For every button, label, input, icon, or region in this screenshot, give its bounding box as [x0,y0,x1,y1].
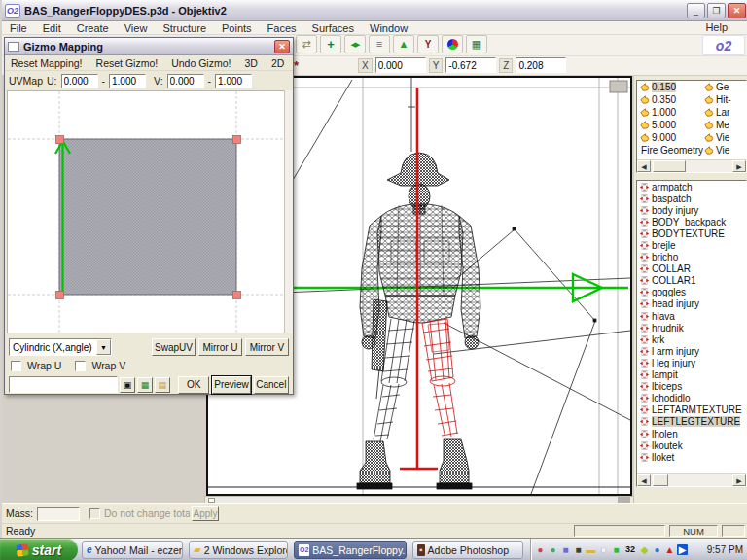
maximize-button[interactable]: ❐ [707,3,726,18]
menu-item[interactable]: File [2,22,35,34]
pick-window-button[interactable]: ▣ [120,377,135,393]
texture-list-item[interactable]: LEFTARMTEXTURE [637,404,746,416]
tray-icon-globe[interactable]: ● [652,544,662,555]
preview-button[interactable]: Preview [212,376,250,394]
texture-list-item[interactable]: COLLAR [637,263,746,275]
menu-item[interactable]: Points [214,22,260,34]
menu-item[interactable]: Surfaces [304,22,362,34]
dialog-menu-item[interactable]: Reset Gizmo! [96,57,159,69]
texture-list-item[interactable]: BODY_backpack [637,216,746,228]
lod-list-row[interactable]: 0.150 Ge [637,81,746,93]
ok-button[interactable]: OK [178,376,210,394]
close-button[interactable]: ✕ [728,3,746,18]
wrap-u-checkbox[interactable] [11,361,21,371]
total-mass-checkbox[interactable] [89,508,100,519]
menu-item[interactable]: Edit [35,22,69,34]
texture-list-item[interactable]: l arm injury [637,345,746,357]
mass-field[interactable] [37,507,80,521]
tray-icon-graphics[interactable]: ■ [611,544,622,555]
x-coordinate-field[interactable] [375,57,426,73]
tray-icon-camera[interactable]: ■ [573,544,584,555]
tray-icon-diamond[interactable]: ◆ [639,544,650,555]
texture-list-item[interactable]: baspatch [637,192,746,204]
toolbar-button[interactable]: ≡ [369,35,390,53]
chevron-down-icon[interactable]: ▼ [96,339,111,355]
apply-button[interactable]: Apply [192,506,219,521]
texture-list-item[interactable]: brejle [637,239,746,251]
texture-list-item[interactable]: hlava [637,310,746,322]
texture-list-item[interactable]: lloket [637,451,746,463]
texture-list-item[interactable]: hrudnik [637,322,746,333]
task-windows-explorer[interactable]: ▰ 2 Windows Explorer ▾ [189,541,288,559]
wrap-v-checkbox[interactable] [75,361,86,371]
dialog-close-button[interactable]: ✕ [274,40,290,53]
palette-button[interactable]: ▦ [137,377,153,393]
lod-list-hscrollbar[interactable]: ◀ ▶ [637,159,746,172]
tray-icon-temp[interactable]: 32 [623,544,637,555]
dialog-title-bar[interactable]: Gizmo Mapping ✕ [5,38,293,55]
menu-item[interactable]: View [117,22,156,34]
tray-icon-network[interactable]: ■ [560,544,571,555]
swap-uv-button[interactable]: SwapUV [152,338,196,356]
browse-button[interactable]: ▤ [155,377,170,393]
uv-canvas-vscrollbar[interactable] [284,90,293,333]
mirror-v-button[interactable]: Mirror V [245,338,289,356]
menu-item[interactable]: Window [362,22,415,34]
task-objektiv[interactable]: O2 BAS_RangerFloppy... [294,541,407,559]
tray-icon-player[interactable]: ▶ [677,544,688,555]
menu-item-help[interactable]: Help [694,21,739,33]
scroll-left-arrow[interactable]: ◀ [637,474,651,486]
texture-path-field[interactable] [9,376,118,393]
texture-list-item[interactable]: armpatch [637,181,746,192]
task-photoshop[interactable]: ▪ Adobe Photoshop [412,541,523,559]
texture-list-item[interactable]: goggles [637,287,746,298]
texture-list-item[interactable]: head injury [637,298,746,310]
menu-item[interactable]: Faces [260,22,304,34]
cancel-button[interactable]: Cancel [254,376,289,394]
task-yahoo-mail[interactable]: e Yahoo! Mail - eczer... [82,541,183,559]
tray-icon-hand[interactable]: ● [598,544,609,555]
toolbar-button[interactable] [442,35,463,53]
tray-icon-runner[interactable]: ▲ [664,544,675,555]
u-to-field[interactable] [109,74,146,88]
texture-list-item[interactable]: lampit [637,369,746,381]
scroll-left-arrow[interactable]: ◀ [637,160,651,172]
lod-list-row[interactable]: 5.000 Me [637,119,746,131]
scroll-right-arrow[interactable]: ▶ [732,474,746,486]
texture-list-item[interactable]: BODYTEXTURE [637,228,746,239]
dialog-menu-item[interactable]: 2D [271,57,284,69]
texture-list-item[interactable]: bricho [637,252,746,263]
uv-mapping-square[interactable] [59,139,236,295]
toolbar-button[interactable]: ◀▶ [344,35,366,53]
v-to-field[interactable] [215,74,252,88]
tray-icon-orb[interactable]: ● [548,544,558,555]
menu-item[interactable]: Structure [155,22,214,34]
toolbar-button[interactable]: Y [417,35,439,53]
mirror-u-button[interactable]: Mirror U [198,338,242,356]
projection-dropdown[interactable]: Cylindric (X,angle) ▼ [9,338,112,356]
toolbar-button[interactable]: ▦ [466,35,487,53]
minimize-button[interactable]: _ [687,3,705,18]
texture-list-item[interactable]: lchodidlo [637,393,746,404]
dialog-menu-item[interactable]: Reset Mapping! [11,57,83,69]
texture-list-item[interactable]: lholen [637,428,746,439]
texture-list-item[interactable]: COLLAR1 [637,275,746,287]
tray-icon-display[interactable]: ▬ [586,544,596,555]
texture-list-item[interactable]: lkoutek [637,439,746,451]
start-button[interactable]: start [0,539,78,560]
lod-list-row[interactable]: 1.000 Lar [637,106,746,119]
u-from-field[interactable] [61,74,98,88]
scroll-thumb[interactable] [653,474,668,486]
v-from-field[interactable] [167,74,204,88]
texture-list-item[interactable]: krk [637,333,746,345]
scroll-thumb[interactable] [653,160,686,172]
toolbar-button[interactable]: + [320,35,341,53]
uv-canvas[interactable] [7,90,285,333]
toolbar-button[interactable]: ▲ [393,35,414,53]
toolbar-button[interactable]: ⇄ [296,35,317,53]
viewport-vscroll-thumb[interactable] [610,81,627,92]
lod-list-row[interactable]: 9.000 Vie [637,131,746,144]
texture-list-hscrollbar[interactable]: ◀ ▶ [637,473,746,486]
z-coordinate-field[interactable] [516,57,566,73]
scroll-right-arrow[interactable]: ▶ [732,160,746,172]
